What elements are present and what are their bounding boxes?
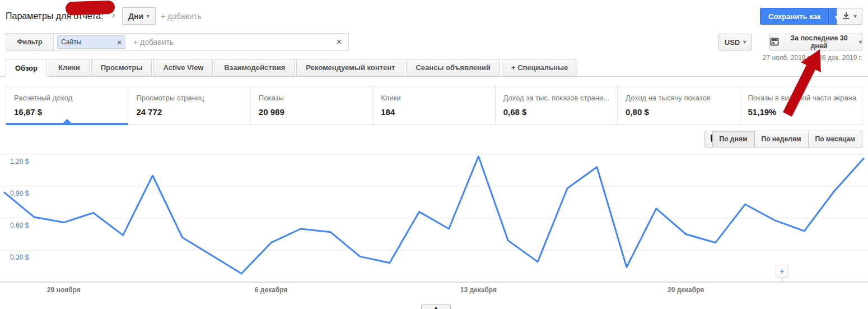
card-value: 51,19%	[748, 107, 862, 117]
add-parameter-link[interactable]: + добавить	[161, 12, 201, 21]
adsense-report-page: Параметры для отчета: › Дни ▾ + добавить…	[0, 0, 868, 309]
filter-chip-sites[interactable]: Сайты ×	[57, 35, 125, 49]
svg-text:1,20 $: 1,20 $	[10, 158, 29, 165]
report-tabs: Обзор Клики Просмотры Active View Взаимо…	[0, 59, 868, 77]
caret-down-icon: ▾	[743, 39, 746, 45]
download-button[interactable]: ▾	[837, 8, 862, 25]
card-value: 184	[381, 107, 494, 117]
date-range-dropdown[interactable]: За последние 30 дней ▾	[769, 34, 862, 50]
filter-clear-icon[interactable]: ×	[337, 37, 342, 47]
card-page-views[interactable]: Просмотры страниц 24 772	[128, 86, 250, 124]
card-label: Показы в видимой части экрана	[748, 94, 862, 102]
svg-text:6 декабря: 6 декабря	[255, 286, 288, 294]
card-value: 24 772	[136, 107, 250, 117]
chart-zoom-plus-button[interactable]: +	[776, 265, 788, 278]
metric-cards: Расчетный доход 16,87 $ Просмотры страни…	[6, 86, 862, 125]
tab-ad-sessions[interactable]: Сеансы объявлений	[406, 59, 500, 76]
currency-label: USD	[725, 38, 740, 47]
card-value: 0,80 $	[626, 107, 739, 117]
granularity-by-week[interactable]: По неделям	[755, 131, 809, 147]
save-as-button[interactable]: Сохранить как	[760, 8, 829, 25]
svg-text:0,60 $: 0,60 $	[10, 222, 29, 229]
redaction-scribble	[66, 0, 115, 15]
active-card-underline	[6, 123, 128, 125]
card-rpm-impressions[interactable]: Доход на тысячу показов 0,80 $	[617, 86, 739, 124]
svg-text:0,30 $: 0,30 $	[10, 253, 29, 261]
revenue-line-chart: 1,20 $0,90 $0,60 $0,30 $29 ноября6 декаб…	[0, 149, 868, 309]
card-label: Показы	[259, 94, 372, 102]
chip-remove-icon[interactable]: ×	[117, 38, 122, 47]
tab-views[interactable]: Просмотры	[91, 59, 152, 76]
chart-canvas: 1,20 $0,90 $0,60 $0,30 $29 ноября6 декаб…	[0, 149, 868, 309]
caret-down-icon: ▾	[853, 13, 856, 19]
tab-active-view[interactable]: Active View	[153, 59, 213, 76]
download-icon	[842, 12, 850, 21]
filter-add-placeholder[interactable]: + добавить	[133, 38, 337, 47]
card-impressions[interactable]: Показы 20 989	[250, 86, 372, 124]
card-label: Клики	[381, 94, 494, 102]
card-label: Просмотры страниц	[136, 94, 250, 102]
caret-down-icon: ▾	[859, 39, 862, 45]
card-label: Доход за тыс. показов страни...	[503, 94, 617, 102]
svg-text:13 декабря: 13 декабря	[460, 286, 497, 294]
dimension-dropdown[interactable]: Дни ▾	[122, 7, 156, 25]
granularity-by-day[interactable]: По дням	[712, 131, 755, 147]
granularity-toggle: По дням По неделям По месяцам	[712, 131, 863, 147]
date-range-label: За последние 30 дней	[782, 34, 856, 50]
card-value: 16,87 $	[14, 107, 128, 117]
tab-custom[interactable]: + Специальные	[502, 59, 577, 76]
card-value: 0,68 $	[503, 107, 617, 117]
card-viewability[interactable]: Показы в видимой части экрана 51,19%	[740, 86, 862, 124]
tab-overview[interactable]: Обзор	[6, 59, 47, 77]
svg-text:29 ноября: 29 ноября	[47, 286, 81, 294]
tab-interactions[interactable]: Взаимодействия	[214, 59, 295, 76]
card-label: Доход на тысячу показов	[626, 94, 739, 102]
dimension-dropdown-label: Дни	[128, 12, 143, 21]
chart-zoom-connector	[782, 278, 782, 282]
card-rpm-pages[interactable]: Доход за тыс. показов страни... 0,68 $	[495, 86, 617, 124]
tab-clicks[interactable]: Клики	[49, 59, 90, 76]
card-value: 20 989	[259, 107, 372, 117]
currency-dropdown[interactable]: USD ▾	[718, 34, 752, 50]
svg-text:0,90 $: 0,90 $	[10, 190, 29, 197]
card-clicks[interactable]: Клики 184	[372, 86, 494, 124]
card-estimated-revenue[interactable]: Расчетный доход 16,87 $	[6, 86, 128, 124]
granularity-by-month[interactable]: По месяцам	[809, 131, 862, 147]
filter-chip-label: Сайты	[61, 38, 81, 46]
svg-text:20 декабря: 20 декабря	[668, 286, 704, 294]
save-as-split-button: Сохранить как ▾	[760, 8, 843, 25]
filter-label: Фильтр	[6, 34, 54, 50]
caret-down-icon: ▾	[147, 13, 150, 19]
scroll-up-button[interactable]: ▲	[421, 305, 451, 309]
report-header: Параметры для отчета: › Дни ▾ + добавить…	[0, 0, 868, 31]
calendar-icon	[770, 37, 779, 48]
card-label: Расчетный доход	[14, 94, 128, 102]
filter-bar: Фильтр Сайты × + добавить ×	[6, 33, 349, 51]
tab-recommended-content[interactable]: Рекомендуемый контент	[296, 59, 404, 76]
